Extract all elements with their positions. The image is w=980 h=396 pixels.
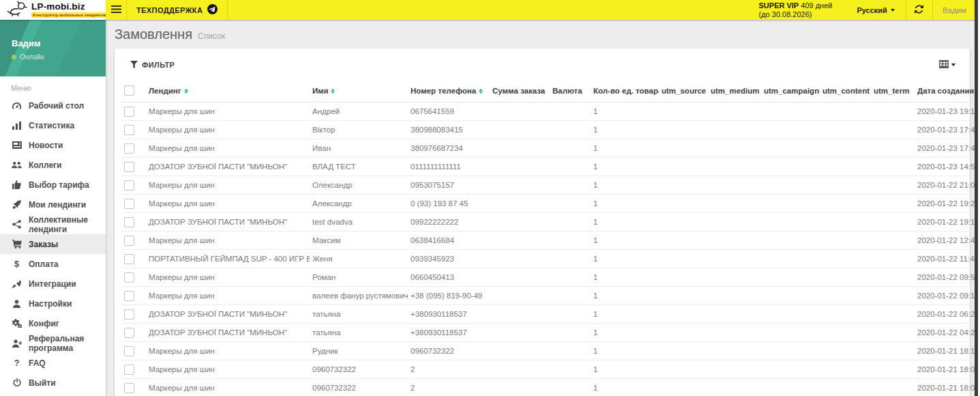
- row-checkbox[interactable]: [124, 383, 134, 393]
- filter-button[interactable]: ФИЛЬТР: [126, 60, 179, 70]
- cell-utm-campaign: [761, 139, 820, 158]
- cell-utm-term: [871, 139, 915, 158]
- row-checkbox[interactable]: [124, 143, 134, 154]
- topbar-username[interactable]: Вадим: [933, 0, 980, 20]
- cell-utm-medium: [708, 305, 761, 324]
- cell-name: Андрей: [310, 102, 408, 121]
- plan-name: SUPER VIP: [759, 1, 799, 10]
- cell-currency: [550, 250, 591, 268]
- row-checkbox[interactable]: [124, 199, 134, 209]
- sidebar-item-config[interactable]: Конфиг: [0, 313, 106, 333]
- column-header-landing[interactable]: Лендинг: [146, 81, 310, 102]
- cell-landing: ДОЗАТОР ЗУБНОЇ ПАСТИ "МИНЬОН": [146, 305, 310, 324]
- cell-sum: [490, 158, 550, 176]
- column-header-label: Имя: [312, 87, 328, 95]
- sidebar-item-tariff[interactable]: Выбор тарифа: [0, 175, 106, 195]
- row-checkbox[interactable]: [124, 125, 134, 135]
- app-logo[interactable]: LP-mobi.biz Конструктор мобильных лендин…: [0, 0, 106, 20]
- sidebar-item-collective-landings[interactable]: Коллективные лендинги: [0, 214, 106, 234]
- row-checkbox[interactable]: [124, 309, 134, 320]
- cell-utm-source: [659, 305, 708, 324]
- column-header-label: utm_term: [874, 87, 909, 95]
- column-header-label: Сумма заказа: [492, 87, 545, 95]
- cell-name: Женя: [310, 250, 408, 268]
- sort-icon[interactable]: [331, 89, 335, 94]
- select-all-checkbox[interactable]: [124, 85, 134, 96]
- sidebar-item-news[interactable]: Новости: [0, 135, 106, 155]
- sidebar-item-referral[interactable]: Реферальная программа: [0, 333, 106, 353]
- cell-landing: Маркеры для шин: [146, 342, 310, 360]
- cell-utm-medium: [708, 324, 761, 342]
- cell-created: 2020-01-23 17:41:43: [915, 139, 980, 158]
- cell-landing: ДОЗАТОР ЗУБНОЇ ПАСТИ "МИНЬОН": [146, 158, 310, 176]
- row-checkbox[interactable]: [124, 107, 134, 117]
- logo-title: LP-mobi.biz: [31, 2, 107, 12]
- row-checkbox[interactable]: [124, 272, 134, 283]
- row-checkbox[interactable]: [124, 236, 134, 246]
- sidebar-item-logout[interactable]: Выйти: [0, 373, 106, 393]
- cell-created: 2020-01-23 17:45:27: [915, 121, 980, 139]
- row-checkbox[interactable]: [124, 346, 134, 356]
- cell-name: 0960732322: [310, 379, 408, 396]
- sidebar-item-my-landings[interactable]: Мои лендинги: [0, 195, 106, 214]
- cell-sum: [490, 342, 550, 360]
- row-checkbox[interactable]: [124, 217, 134, 227]
- cell-landing: Маркеры для шин: [146, 121, 310, 139]
- page-scrollbar[interactable]: [975, 0, 980, 396]
- cell-created: 2020-01-21 18:10:16: [915, 342, 980, 360]
- sidebar-item-label: Коллективные лендинги: [29, 215, 95, 234]
- cell-currency: [550, 121, 591, 139]
- cell-utm-source: [659, 231, 708, 250]
- cell-phone: 0960732322: [408, 342, 490, 360]
- row-checkbox[interactable]: [124, 328, 134, 338]
- row-checkbox[interactable]: [124, 365, 134, 375]
- row-checkbox[interactable]: [124, 254, 134, 264]
- cell-qty: 1: [591, 102, 659, 121]
- sidebar-item-dashboard[interactable]: Рабочий стол: [0, 96, 106, 115]
- cell-utm-term: [871, 176, 915, 195]
- scrollbar-thumb[interactable]: [975, 0, 978, 396]
- support-button[interactable]: ТЕХПОДДЕРЖКА: [126, 0, 228, 20]
- sidebar-item-colleagues[interactable]: Коллеги: [0, 155, 106, 175]
- cell-name: валеев фанур рустямович: [310, 287, 408, 305]
- refresh-button[interactable]: [906, 0, 933, 20]
- column-header-name[interactable]: Имя: [310, 81, 408, 102]
- cell-utm-term: [871, 231, 915, 250]
- cell-qty: 1: [591, 305, 659, 324]
- sidebar-toggle-button[interactable]: [106, 0, 126, 20]
- plan-info: SUPER VIP 409 дней (до 30.08.2026): [759, 0, 846, 20]
- sort-icon[interactable]: [184, 89, 188, 94]
- cell-utm-source: [659, 324, 708, 342]
- language-select[interactable]: Русский: [846, 0, 905, 20]
- columns-toggle-button[interactable]: [936, 60, 958, 70]
- cell-created: 2020-01-22 11:40:37: [915, 250, 980, 268]
- cell-utm-medium: [708, 379, 761, 396]
- cell-sum: [490, 305, 550, 324]
- sidebar-item-settings[interactable]: Настройки: [0, 294, 106, 313]
- sidebar-item-statistics[interactable]: Статистика: [0, 115, 106, 135]
- filter-icon: [130, 61, 138, 70]
- column-header-created[interactable]: Дата создания: [915, 81, 980, 102]
- cell-phone: +380930118537: [408, 305, 490, 324]
- sidebar-item-faq[interactable]: ? FAQ: [0, 353, 106, 373]
- row-checkbox[interactable]: [124, 162, 134, 172]
- column-header-label: Номер телефона: [411, 87, 476, 95]
- sidebar-item-payment[interactable]: $ Оплата: [0, 254, 106, 274]
- sidebar-item-orders[interactable]: Заказы: [0, 234, 106, 254]
- sidebar: Вадим Онлайн Меню Рабочий стол Статистик…: [0, 20, 106, 396]
- cell-created: 2020-01-22 06:28:49: [915, 305, 980, 324]
- row-checkbox[interactable]: [124, 180, 134, 190]
- cell-landing: Маркеры для шин: [146, 102, 310, 121]
- cell-utm-term: [871, 195, 915, 213]
- cell-utm-medium: [708, 139, 761, 158]
- cell-utm-campaign: [761, 121, 820, 139]
- cell-created: 2020-01-22 09:12:28: [915, 287, 980, 305]
- sidebar-item-integrations[interactable]: Интеграции: [0, 274, 106, 294]
- row-checkbox[interactable]: [124, 291, 134, 301]
- column-header-phone[interactable]: Номер телефона: [408, 81, 490, 102]
- cell-name: татьяна: [310, 305, 408, 324]
- sort-icon[interactable]: [479, 89, 483, 94]
- cell-utm-medium: [708, 250, 761, 268]
- cell-utm-source: [659, 268, 708, 287]
- page-title: Замовлення: [115, 27, 192, 42]
